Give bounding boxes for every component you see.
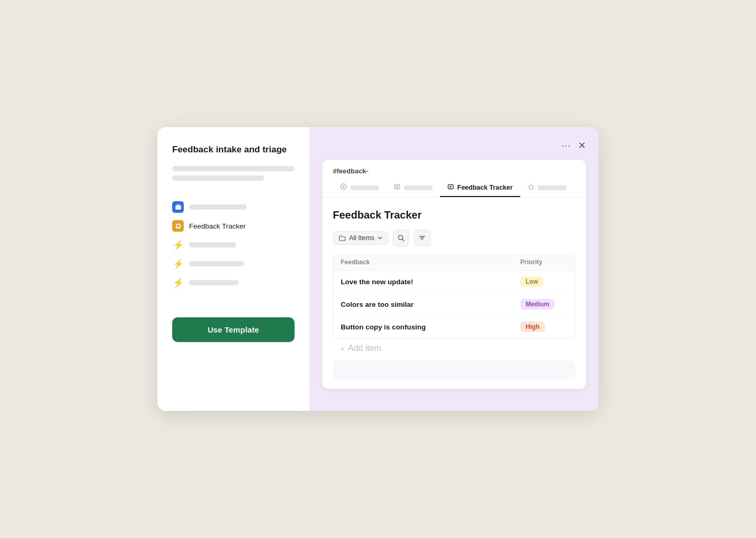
table-row[interactable]: Colors are too similar Medium	[333, 293, 575, 316]
feedback-table: Feedback Priority Love the new update! L…	[333, 254, 575, 338]
right-panel: ⋯ ✕ #feedback-	[310, 127, 598, 411]
tab-4-icon	[528, 183, 534, 192]
row-3-feedback: Button copy is confusing	[341, 323, 520, 331]
sidebar-item-feedback-tracker[interactable]: Feedback Tracker	[172, 216, 295, 235]
toolbar-row: All Items	[333, 230, 575, 246]
row-3-priority: High	[520, 322, 568, 332]
search-icon	[397, 234, 405, 242]
sidebar-icon-red-2: ⚡	[172, 258, 184, 270]
sidebar-icon-red-1: ⚡	[172, 239, 184, 251]
sidebar-items-list: Feedback Tracker ⚡ ⚡ ⚡	[172, 198, 295, 292]
skeleton-line-1	[172, 166, 295, 171]
col-feedback-header: Feedback	[341, 258, 520, 266]
sidebar-item-3-skeleton	[189, 242, 236, 247]
svg-rect-11	[449, 186, 453, 187]
more-options-icon[interactable]: ⋯	[561, 140, 571, 151]
filter-button[interactable]	[414, 230, 430, 246]
svg-rect-7	[395, 185, 400, 189]
tab-1-skeleton	[350, 185, 379, 190]
close-icon[interactable]: ✕	[578, 140, 586, 151]
all-items-label: All Items	[349, 234, 374, 242]
use-template-button[interactable]: Use Template	[172, 317, 295, 342]
tab-1[interactable]	[333, 180, 386, 197]
sidebar-item-5[interactable]: ⚡	[172, 273, 295, 292]
row-1-feedback: Love the new update!	[341, 278, 520, 286]
svg-rect-9	[396, 187, 398, 188]
tab-4[interactable]	[520, 180, 574, 197]
svg-rect-10	[448, 185, 454, 189]
sidebar-item-1-skeleton	[189, 204, 247, 210]
table-row[interactable]: Button copy is confusing High	[333, 316, 575, 338]
sidebar-item-4[interactable]: ⚡	[172, 254, 295, 273]
bottom-skeleton	[333, 360, 575, 379]
tab-feedback-tracker[interactable]: Feedback Tracker	[440, 180, 520, 197]
svg-rect-4	[177, 226, 180, 227]
svg-rect-8	[396, 186, 399, 187]
left-panel: Feedback intake and triage	[158, 127, 310, 411]
all-items-button[interactable]: All Items	[333, 231, 388, 245]
row-1-priority: Low	[520, 276, 568, 287]
tab-1-icon	[340, 183, 347, 192]
tabs-row: Feedback Tracker	[333, 180, 575, 197]
skeleton-lines	[172, 166, 295, 185]
search-button[interactable]	[393, 230, 410, 246]
sidebar-item-5-skeleton	[189, 280, 239, 285]
channel-name: #feedback-	[333, 167, 575, 175]
sidebar-item-4-skeleton	[189, 261, 244, 266]
svg-rect-12	[449, 187, 452, 188]
tab-2-icon	[394, 183, 401, 192]
right-topbar: ⋯ ✕	[322, 140, 586, 151]
sidebar-icon-blue	[172, 201, 184, 213]
sidebar-item-3[interactable]: ⚡	[172, 235, 295, 254]
svg-rect-1	[176, 204, 180, 206]
folder-icon	[339, 234, 346, 242]
content-card: Feedback Tracker All Items	[322, 198, 586, 389]
tab-3-label: Feedback Tracker	[457, 184, 513, 191]
row-2-feedback: Colors are too similar	[341, 301, 520, 308]
priority-badge-low: Low	[520, 276, 543, 287]
skeleton-line-2	[172, 175, 264, 181]
tab-4-skeleton	[538, 185, 566, 190]
plus-icon: +	[340, 344, 345, 353]
tab-3-icon	[447, 183, 454, 192]
svg-point-6	[343, 186, 345, 188]
tracker-title: Feedback Tracker	[333, 209, 575, 221]
svg-rect-3	[177, 225, 180, 226]
table-header: Feedback Priority	[333, 254, 575, 271]
chevron-down-icon	[377, 235, 383, 241]
filter-icon	[418, 234, 426, 242]
row-2-priority: Medium	[520, 299, 568, 309]
tab-2-skeleton	[404, 185, 433, 190]
priority-badge-high: High	[520, 322, 545, 332]
modal-container: Feedback intake and triage	[158, 127, 598, 411]
sidebar-icon-yellow	[172, 220, 184, 232]
sidebar-item-1[interactable]	[172, 198, 295, 216]
sidebar-item-2-label: Feedback Tracker	[189, 222, 246, 230]
svg-marker-13	[528, 184, 533, 190]
svg-line-15	[402, 239, 404, 241]
add-item-row[interactable]: + Add item	[333, 338, 575, 353]
tab-2[interactable]	[386, 180, 440, 197]
table-row[interactable]: Love the new update! Low	[333, 271, 575, 293]
add-item-label: Add item	[348, 344, 381, 353]
priority-badge-medium: Medium	[520, 299, 554, 309]
left-panel-title: Feedback intake and triage	[172, 144, 295, 156]
channel-bar: #feedback-	[322, 160, 586, 198]
sidebar-icon-red-3: ⚡	[172, 277, 184, 288]
col-priority-header: Priority	[520, 258, 568, 266]
